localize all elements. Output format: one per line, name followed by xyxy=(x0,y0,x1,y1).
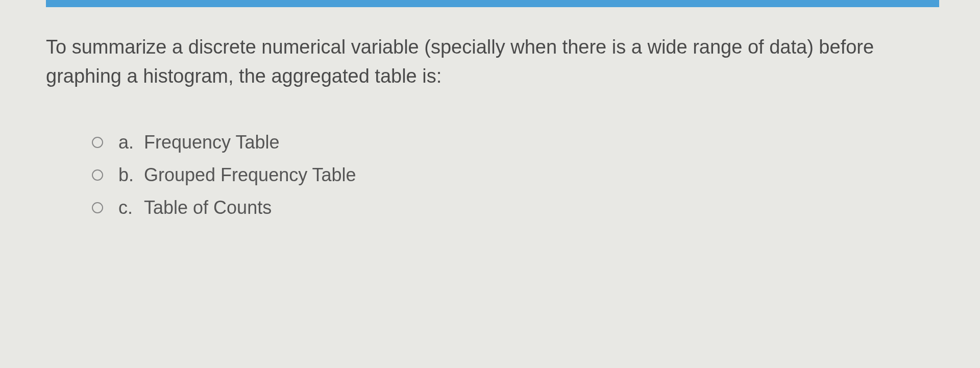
radio-b[interactable] xyxy=(92,169,103,181)
option-letter-c: c. xyxy=(118,197,144,218)
option-letter-a: a. xyxy=(118,132,144,153)
option-text-c: Table of Counts xyxy=(144,197,272,218)
progress-bar xyxy=(46,0,939,7)
option-c[interactable]: c. Table of Counts xyxy=(92,197,939,218)
options-list: a. Frequency Table b. Grouped Frequency … xyxy=(41,132,939,218)
option-a[interactable]: a. Frequency Table xyxy=(92,132,939,153)
radio-a[interactable] xyxy=(92,137,103,148)
option-text-a: Frequency Table xyxy=(144,132,280,153)
question-text: To summarize a discrete numerical variab… xyxy=(41,33,939,91)
radio-c[interactable] xyxy=(92,202,103,213)
quiz-container: To summarize a discrete numerical variab… xyxy=(0,0,980,218)
option-b[interactable]: b. Grouped Frequency Table xyxy=(92,164,939,186)
option-letter-b: b. xyxy=(118,164,144,186)
option-text-b: Grouped Frequency Table xyxy=(144,164,356,186)
